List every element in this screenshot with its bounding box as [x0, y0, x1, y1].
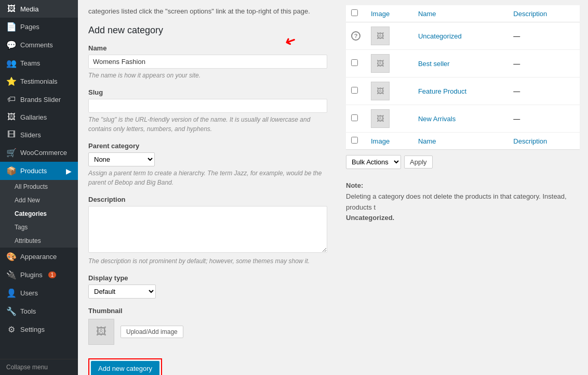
- products-icon: 📦: [6, 166, 17, 176]
- sidebar-item-products[interactable]: 📦 Products ▶: [0, 162, 78, 180]
- description-hint: The description is not prominent by defa…: [88, 256, 327, 266]
- teams-icon: 👥: [6, 58, 17, 68]
- woocommerce-icon: 🛒: [6, 148, 17, 158]
- category-link-feature-product[interactable]: Feature Product: [418, 87, 466, 95]
- display-type-select[interactable]: Default Products Subcategories Both: [88, 285, 156, 299]
- row-image: 🖼: [371, 109, 390, 128]
- appearance-icon: 🎨: [6, 252, 17, 262]
- settings-icon: ⚙: [6, 325, 17, 334]
- tools-icon: 🔧: [6, 306, 17, 316]
- sidebar-item-sliders[interactable]: 🎞 Sliders: [0, 126, 78, 144]
- users-icon: 👤: [6, 288, 17, 298]
- category-desc: —: [508, 77, 580, 105]
- name-input[interactable]: [88, 55, 327, 69]
- parent-select[interactable]: None Uncategorized Best seller Feature P…: [88, 152, 155, 166]
- row-image: 🖼: [371, 54, 390, 73]
- sidebar-sub-all-products[interactable]: All Products: [0, 180, 78, 193]
- table-row: 🖼 Feature Product —: [346, 77, 580, 105]
- sidebar: 🖼 Media 📄 Pages 💬 Comments 👥 Teams ⭐ Tes…: [0, 0, 78, 375]
- sidebar-sub-categories[interactable]: Categories: [0, 207, 78, 221]
- sidebar-item-settings[interactable]: ⚙ Settings: [0, 320, 78, 339]
- sidebar-sub-add-new[interactable]: Add New: [0, 193, 78, 207]
- products-submenu: All Products Add New Categories Tags Att…: [0, 180, 78, 248]
- category-link-best-seller[interactable]: Best seller: [418, 60, 450, 68]
- sidebar-item-plugins[interactable]: 🔌 Plugins 1: [0, 266, 78, 284]
- apply-button[interactable]: Apply: [404, 156, 433, 169]
- sidebar-item-gallaries[interactable]: 🖼 Gallaries: [0, 108, 78, 126]
- note-box: Note: Deleting a category does not delet…: [346, 174, 580, 230]
- select-all-checkbox[interactable]: [351, 9, 358, 16]
- row-image: 🖼: [371, 27, 390, 45]
- description-field: Description The description is not promi…: [88, 196, 327, 266]
- form-section-title: Add new category: [88, 25, 327, 36]
- table-row: 🖼 New Arrivals —: [346, 105, 580, 133]
- category-desc: —: [508, 105, 580, 133]
- category-desc: —: [508, 50, 580, 77]
- name-label: Name: [88, 44, 327, 52]
- col-name[interactable]: Name: [413, 5, 508, 22]
- parent-field: Parent category None Uncategorized Best …: [88, 142, 327, 187]
- sidebar-item-media[interactable]: 🖼 Media: [0, 0, 78, 18]
- note-label: Note:: [346, 182, 363, 189]
- bulk-actions-select[interactable]: Bulk Actions Delete: [346, 155, 401, 169]
- footer-col-description[interactable]: Description: [508, 133, 580, 150]
- display-type-field: Display type Default Products Subcategor…: [88, 274, 327, 299]
- pages-icon: 📄: [6, 22, 17, 32]
- help-icon[interactable]: ?: [351, 31, 360, 41]
- sidebar-item-pages[interactable]: 📄 Pages: [0, 18, 78, 36]
- plugins-badge: 1: [48, 271, 57, 278]
- gallaries-icon: 🖼: [6, 112, 17, 122]
- sidebar-item-woocommerce[interactable]: 🛒 WooCommerce: [0, 144, 78, 162]
- parent-label: Parent category: [88, 142, 327, 150]
- sidebar-item-users[interactable]: 👤 Users: [0, 284, 78, 302]
- bulk-actions-row: Bulk Actions Delete Apply: [346, 155, 580, 169]
- display-type-label: Display type: [88, 274, 327, 282]
- col-description[interactable]: Description: [508, 5, 580, 22]
- sidebar-item-testimonials[interactable]: ⭐ Testimonials: [0, 72, 78, 90]
- category-link-uncategorized[interactable]: Uncategorized: [418, 32, 462, 40]
- row-image: 🖼: [371, 82, 390, 100]
- main-content: categories listed click the "screen opti…: [78, 0, 588, 375]
- name-hint: The name is how it appears on your site.: [88, 71, 327, 80]
- col-image: Image: [366, 5, 413, 22]
- image-icon: 🖼: [96, 326, 106, 338]
- plugins-icon: 🔌: [6, 270, 17, 280]
- sidebar-item-appearance[interactable]: 🎨 Appearance: [0, 248, 78, 266]
- table-top-row: Image Name Description ? 🖼 Uncategorized…: [346, 5, 580, 150]
- form-intro: categories listed click the "screen opti…: [88, 0, 327, 25]
- description-textarea[interactable]: [88, 206, 327, 253]
- footer-col-name[interactable]: Name: [413, 133, 508, 150]
- sliders-icon: 🎞: [6, 130, 17, 139]
- upload-image-button[interactable]: Upload/Add image: [121, 326, 183, 338]
- description-label: Description: [88, 196, 327, 203]
- thumbnail-field: Thumbnail 🖼 Upload/Add image: [88, 307, 327, 345]
- sidebar-item-tools[interactable]: 🔧 Tools: [0, 302, 78, 320]
- slug-hint: The "slug" is the URL-friendly version o…: [88, 115, 327, 134]
- note-uncategorized: Uncategorized.: [346, 214, 394, 222]
- row-checkbox[interactable]: [351, 87, 358, 94]
- sidebar-item-teams[interactable]: 👥 Teams: [0, 54, 78, 72]
- add-category-button[interactable]: Add new category: [91, 361, 159, 376]
- select-all-footer-checkbox[interactable]: [351, 137, 358, 144]
- row-checkbox[interactable]: [351, 59, 358, 66]
- add-category-border: Add new category: [88, 358, 162, 376]
- form-panel: categories listed click the "screen opti…: [78, 0, 338, 375]
- sidebar-item-brands-slider[interactable]: 🏷 Brands Slider: [0, 90, 78, 108]
- slug-label: Slug: [88, 88, 327, 96]
- slug-input[interactable]: [88, 99, 327, 113]
- brands-slider-icon: 🏷: [6, 95, 17, 104]
- sidebar-sub-attributes[interactable]: Attributes: [0, 234, 78, 248]
- category-link-new-arrivals[interactable]: New Arrivals: [418, 115, 456, 123]
- row-checkbox[interactable]: [351, 114, 358, 121]
- sidebar-sub-tags[interactable]: Tags: [0, 221, 78, 234]
- parent-hint: Assign a parent term to create a hierarc…: [88, 169, 327, 187]
- slug-field: Slug The "slug" is the URL-friendly vers…: [88, 88, 327, 134]
- sidebar-item-comments[interactable]: 💬 Comments: [0, 36, 78, 54]
- table-row: 🖼 Best seller —: [346, 50, 580, 77]
- footer-col-image: Image: [366, 133, 413, 150]
- add-category-wrapper: Add new category: [88, 353, 327, 376]
- table-panel: Image Name Description ? 🖼 Uncategorized…: [338, 0, 588, 375]
- collapse-menu[interactable]: Collapse menu: [0, 359, 78, 375]
- category-desc: —: [508, 22, 580, 50]
- categories-table: Image Name Description ? 🖼 Uncategorized…: [346, 5, 580, 150]
